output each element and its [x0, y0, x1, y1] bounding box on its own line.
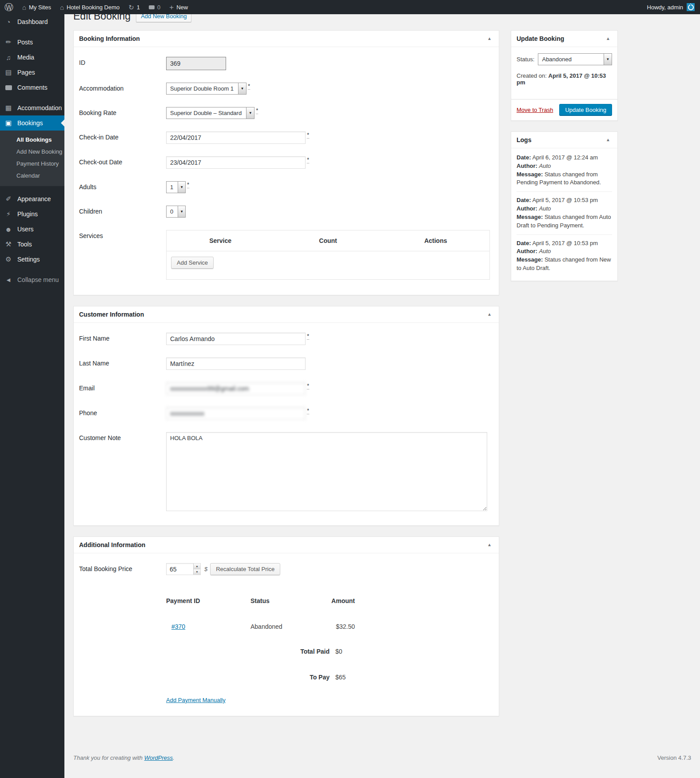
submenu-item-add-new-booking[interactable]: Add New Booking	[0, 146, 64, 158]
collapse-toggle-icon[interactable]: ▲	[604, 137, 612, 142]
select-arrow-icon: ▼	[178, 206, 185, 217]
sidebar-item-label: Posts	[17, 39, 33, 46]
updates-menu[interactable]: ↻ 1	[124, 0, 144, 14]
add-service-button[interactable]: Add Service	[171, 257, 214, 269]
log-author-label: Author:	[517, 248, 537, 254]
submenu-item-all-bookings[interactable]: All Bookings	[0, 134, 64, 146]
pages-icon: ▤	[4, 68, 13, 76]
log-author-value: Auto	[539, 163, 551, 169]
select-arrow-icon: ▼	[238, 83, 246, 94]
currency-symbol: $	[204, 566, 207, 572]
sidebar-item-label: Media	[17, 54, 34, 61]
collapse-toggle-icon[interactable]: ▲	[485, 36, 493, 41]
add-payment-manually-link[interactable]: Add Payment Manually	[166, 697, 226, 703]
sidebar-item-pages[interactable]: ▤ Pages	[0, 65, 64, 80]
logs-box: Logs ▲ Date: April 6, 2017 @ 12:24 am Au…	[511, 131, 618, 281]
payment-status-header: Status	[251, 597, 313, 604]
required-mark: *	[256, 107, 258, 114]
booking-information-title: Booking Information	[79, 35, 140, 42]
sidebar-item-accommodation[interactable]: ▦ Accommodation	[0, 100, 64, 115]
log-date-value: April 5, 2017 @ 10:53 pm	[532, 240, 598, 246]
services-header-actions: Actions	[382, 230, 489, 251]
collapse-menu-button[interactable]: ◀ Collapse menu	[0, 272, 64, 287]
first-name-field[interactable]	[166, 333, 306, 345]
required-mark: *	[307, 132, 309, 139]
total-price-stepper[interactable]: 65 ▲ ▼	[166, 563, 201, 575]
admin-sidebar: ◔ Dashboard ✏ Posts ♫ Media ▤ Pages Comm…	[0, 14, 64, 778]
stepper-down-icon[interactable]: ▼	[194, 569, 200, 575]
payment-amount-value: $32.50	[313, 623, 355, 630]
collapse-toggle-icon[interactable]: ▲	[485, 312, 493, 317]
phone-field[interactable]	[166, 407, 306, 420]
sidebar-item-label: Settings	[17, 256, 40, 263]
my-sites-menu[interactable]: ⌂ My Sites	[18, 0, 56, 14]
log-message-label: Message:	[517, 256, 543, 263]
checkin-date-field[interactable]	[166, 131, 306, 144]
sidebar-item-users[interactable]: ☻ Users	[0, 222, 64, 237]
move-to-trash-link[interactable]: Move to Trash	[517, 107, 553, 113]
update-booking-title: Update Booking	[517, 35, 564, 42]
log-entry: Date: April 5, 2017 @ 10:53 pm Author: A…	[517, 191, 612, 234]
version-label: Version 4.7.3	[657, 754, 691, 761]
sidebar-item-settings[interactable]: ⚙ Settings	[0, 252, 64, 267]
last-name-label: Last Name	[79, 357, 166, 367]
logs-title: Logs	[517, 136, 531, 143]
checkout-date-field[interactable]	[166, 156, 306, 169]
adults-select[interactable]: 1 ▼	[166, 181, 186, 193]
sidebar-item-posts[interactable]: ✏ Posts	[0, 35, 64, 50]
sidebar-item-bookings[interactable]: ▣ Bookings	[0, 115, 64, 131]
sidebar-item-label: Dashboard	[17, 18, 48, 25]
sidebar-item-media[interactable]: ♫ Media	[0, 50, 64, 65]
log-entry: Date: April 6, 2017 @ 12:24 am Author: A…	[517, 149, 612, 191]
email-field[interactable]	[166, 382, 306, 395]
required-mark: *	[307, 383, 309, 389]
new-content-menu[interactable]: + New	[165, 0, 192, 14]
wordpress-link[interactable]: WordPress	[144, 754, 173, 761]
log-author-label: Author:	[517, 205, 537, 212]
stepper-up-icon[interactable]: ▲	[194, 564, 200, 569]
update-booking-button[interactable]: Update Booking	[559, 104, 612, 116]
booking-status-select[interactable]: Abandoned ▼	[538, 53, 612, 65]
total-booking-price-label: Total Booking Price	[79, 563, 166, 572]
admin-bar: Ⓦ ⌂ My Sites ⌂ Hotel Booking Demo ↻ 1 0 …	[0, 0, 700, 14]
log-date-label: Date:	[517, 240, 531, 246]
sidebar-item-plugins[interactable]: ⚡ Plugins	[0, 206, 64, 222]
booking-rate-select[interactable]: Superior Double – Standard ▼	[166, 107, 255, 119]
required-mark: *	[307, 333, 309, 340]
submenu-item-calendar[interactable]: Calendar	[0, 170, 64, 182]
sidebar-item-dashboard[interactable]: ◔ Dashboard	[0, 14, 64, 29]
sidebar-item-appearance[interactable]: ✐ Appearance	[0, 191, 64, 206]
updates-count: 1	[137, 4, 140, 11]
accommodation-select[interactable]: Superior Double Room 1 ▼	[166, 83, 247, 95]
user-avatar[interactable]	[687, 3, 695, 11]
customer-note-field[interactable]: HOLA BOLA	[166, 432, 487, 511]
checkin-date-label: Check-in Date	[79, 131, 166, 141]
gear-icon: ⚙	[4, 255, 13, 263]
submenu-item-payment-history[interactable]: Payment History	[0, 158, 64, 170]
children-select[interactable]: 0 ▼	[166, 206, 186, 218]
comments-menu[interactable]: 0	[144, 0, 165, 14]
payment-id-link[interactable]: #370	[171, 623, 185, 630]
sidebar-item-label: Accommodation	[17, 104, 62, 111]
recalculate-total-price-button[interactable]: Recalculate Total Price	[210, 563, 280, 575]
services-header-count: Count	[274, 230, 382, 251]
collapse-toggle-icon[interactable]: ▲	[485, 542, 493, 547]
my-sites-icon: ⌂	[22, 4, 26, 11]
howdy-label[interactable]: Howdy, admin	[647, 4, 683, 11]
sidebar-item-comments[interactable]: Comments	[0, 80, 64, 95]
update-booking-box: Update Booking ▲ Status: Abandoned ▼	[511, 30, 618, 121]
sidebar-item-tools[interactable]: ⚒ Tools	[0, 237, 64, 252]
comments-icon	[149, 5, 155, 9]
updates-icon: ↻	[128, 4, 134, 11]
site-name-menu[interactable]: ⌂ Hotel Booking Demo	[56, 0, 124, 14]
select-arrow-icon: ▼	[246, 107, 254, 119]
collapse-toggle-icon[interactable]: ▲	[604, 36, 612, 41]
dashboard-icon: ◔	[4, 18, 13, 26]
wordpress-logo-menu[interactable]: Ⓦ	[0, 0, 18, 14]
to-pay-value: $65	[330, 674, 346, 681]
log-author-label: Author:	[517, 163, 537, 169]
to-pay-row: To Pay $65	[166, 674, 357, 681]
footer-thanks-text: Thank you for creating with	[73, 754, 144, 761]
last-name-field[interactable]	[166, 357, 306, 370]
collapse-arrow-icon: ◀	[4, 277, 13, 283]
